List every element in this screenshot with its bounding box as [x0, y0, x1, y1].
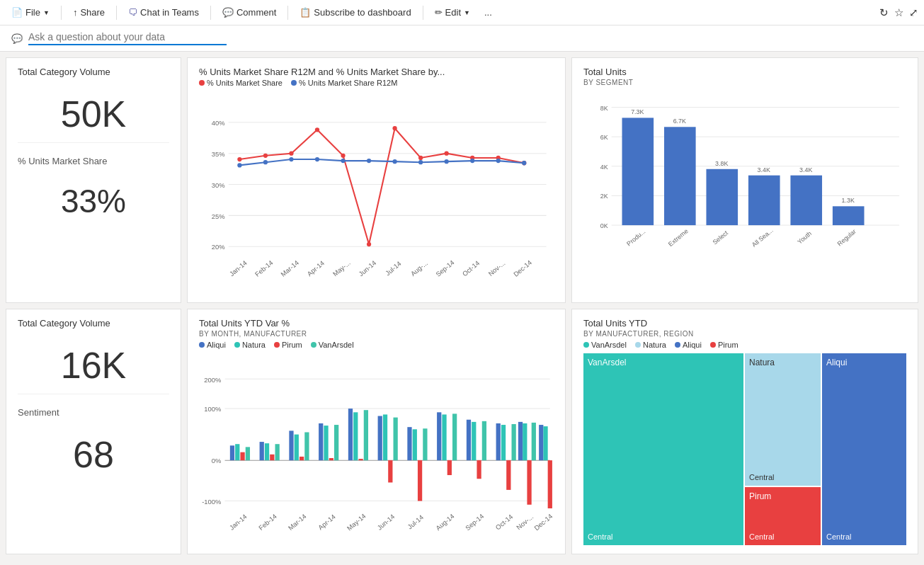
blue-line	[239, 159, 524, 165]
svg-text:Apr-14: Apr-14	[305, 259, 326, 278]
ytd-var-svg: 200% 100% 0% -100%	[199, 353, 554, 545]
svg-point-44	[496, 159, 501, 163]
svg-rect-82	[270, 455, 274, 460]
svg-rect-99	[394, 418, 398, 461]
bar-chart-subtitle: BY SEGMENT	[583, 79, 906, 86]
svg-point-40	[392, 159, 397, 164]
svg-rect-98	[388, 460, 392, 482]
svg-rect-88	[319, 423, 323, 460]
svg-text:100%: 100%	[204, 405, 221, 413]
svg-text:Dec-14: Dec-14	[512, 258, 533, 278]
svg-text:Extreme: Extreme	[667, 227, 690, 248]
tree-dot-0	[583, 342, 589, 348]
file-menu[interactable]: 📄 File ▼	[6, 4, 55, 21]
svg-point-30	[445, 152, 449, 156]
svg-text:Aug-...: Aug-...	[409, 259, 429, 278]
treemap-aliqui-region: Central	[826, 532, 902, 541]
svg-text:Mar-14: Mar-14	[279, 258, 300, 278]
svg-rect-119	[532, 423, 536, 460]
svg-rect-96	[378, 416, 382, 461]
svg-rect-84	[289, 430, 293, 460]
svg-rect-112	[496, 423, 501, 460]
tree-legend-3: Pirum	[710, 341, 738, 349]
ask-input[interactable]	[28, 31, 227, 45]
tree-legend-1: Natura	[635, 341, 666, 349]
svg-text:Jan-14: Jan-14	[228, 513, 249, 532]
kpi-value-3: 16K	[18, 344, 169, 387]
svg-rect-92	[348, 409, 353, 460]
svg-point-29	[418, 156, 423, 160]
svg-rect-102	[418, 460, 422, 501]
subscribe-icon: 📋	[300, 7, 311, 18]
svg-rect-109	[472, 422, 476, 460]
ytd-dot-0	[199, 342, 205, 348]
sep5	[423, 6, 423, 20]
bar-chart-svg: 8K 6K 4K 2K 0K 7.3K 6.7K 3.8K 3.4K 3.4K …	[583, 89, 906, 294]
toolbar-right: ↻ ☆ ⤢	[879, 6, 918, 19]
dashboard: Total Category Volume 50K % Units Market…	[0, 52, 924, 560]
bar-4	[790, 176, 822, 225]
svg-text:-100%: -100%	[202, 498, 221, 506]
fullscreen-icon[interactable]: ⤢	[909, 6, 918, 19]
svg-rect-104	[437, 412, 441, 460]
chat-teams-button[interactable]: 🗨 Chat in Teams	[122, 4, 205, 21]
svg-point-34	[237, 163, 241, 167]
svg-text:8K: 8K	[600, 105, 608, 112]
svg-text:40%: 40%	[212, 119, 225, 127]
svg-point-38	[341, 159, 345, 163]
treemap-aliqui: Aliqui Central	[822, 353, 906, 545]
svg-text:Aug-14: Aug-14	[434, 512, 455, 532]
svg-rect-87	[304, 432, 309, 460]
treemap-natura-region: Central	[749, 473, 816, 481]
svg-text:4K: 4K	[600, 164, 608, 171]
line-chart-legend: % Units Market Share % Units Market Shar…	[199, 79, 554, 87]
edit-icon: ✏	[435, 7, 443, 18]
svg-text:Sep-14: Sep-14	[464, 512, 485, 532]
svg-rect-89	[324, 426, 328, 460]
comment-button[interactable]: 💬 Comment	[217, 4, 282, 21]
svg-text:Jul-14: Jul-14	[384, 259, 403, 277]
edit-button[interactable]: ✏ Edit ▼	[429, 4, 476, 21]
svg-rect-80	[260, 442, 264, 460]
legend-label-1: % Units Market Share R12M	[299, 79, 397, 87]
svg-point-45	[522, 161, 526, 165]
svg-text:6.7K: 6.7K	[673, 118, 686, 125]
svg-text:Feb-14: Feb-14	[253, 258, 275, 278]
bar-chart-title: Total Units	[583, 67, 906, 77]
sep3	[210, 6, 211, 20]
bar-1	[664, 127, 696, 225]
ytd-var-title: Total Units YTD Var %	[199, 318, 554, 329]
kpi-value-1: 50K	[18, 93, 169, 135]
svg-rect-111	[482, 421, 486, 460]
ytd-legend-1: Natura	[234, 341, 266, 349]
kpi-title-2: % Units Market Share	[18, 156, 169, 166]
legend-dot-1	[291, 80, 297, 86]
teams-icon: 🗨	[128, 7, 137, 18]
svg-rect-93	[353, 412, 358, 460]
ytd-dot-2	[274, 342, 280, 348]
bookmark-icon[interactable]: ☆	[894, 6, 903, 19]
treemap-aliqui-label: Aliqui	[826, 358, 902, 367]
svg-rect-105	[442, 414, 446, 460]
more-menu[interactable]: ...	[479, 4, 498, 21]
svg-text:Jul-14: Jul-14	[406, 513, 425, 531]
svg-rect-118	[527, 460, 531, 505]
subscribe-button[interactable]: 📋 Subscribe to dashboard	[294, 4, 416, 21]
treemap-legend: VanArsdel Natura Aliqui Pirum	[583, 341, 906, 349]
treemap-pirum-region: Central	[749, 532, 816, 541]
svg-point-27	[367, 242, 371, 246]
refresh-icon[interactable]: ↻	[879, 6, 889, 19]
legend-label-0: % Units Market Share	[207, 79, 283, 87]
treemap-card: Total Units YTD BY MANUFACTURER, REGION …	[571, 309, 918, 554]
svg-text:Jun-14: Jun-14	[375, 513, 396, 532]
sep4	[287, 6, 288, 20]
svg-rect-79	[246, 447, 250, 460]
svg-text:Apr-14: Apr-14	[316, 513, 337, 532]
kpi-card-2: Total Category Volume 16K Sentiment 68	[6, 309, 181, 554]
svg-point-39	[367, 159, 371, 163]
tree-dot-1	[635, 342, 641, 348]
treemap-vanarsdel: VanArsdel Central	[583, 353, 743, 545]
line-chart-title: % Units Market Share R12M and % Units Ma…	[199, 67, 554, 77]
svg-point-42	[445, 159, 449, 164]
share-button[interactable]: ↑ Share	[67, 4, 110, 21]
